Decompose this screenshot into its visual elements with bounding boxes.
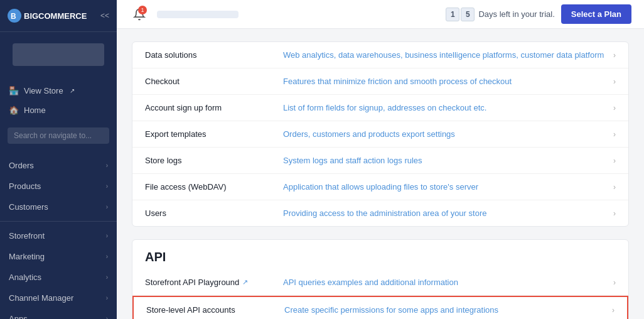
row-desc: Orders, customers and products export se… (283, 129, 607, 139)
row-desc: System logs and staff action logs rules (283, 156, 607, 165)
svg-text:B: B (11, 12, 16, 21)
api-section-card: API Storefront API Playground ↗ API quer… (132, 239, 629, 319)
chevron-right-icon: › (613, 104, 616, 112)
sidebar-item-apps[interactable]: Apps › (0, 308, 117, 319)
sidebar-item-storefront[interactable]: Storefront › (0, 225, 117, 246)
chevron-right-icon: › (613, 278, 616, 287)
table-row[interactable]: Checkout Features that minimize friction… (132, 68, 628, 95)
sidebar-item-analytics[interactable]: Analytics › (0, 267, 117, 288)
main-area: 1 1 5 Days left in your trial. Select a … (117, 0, 644, 319)
sidebar-item-orders[interactable]: Orders › (0, 155, 117, 176)
sidebar: B BIGCOMMERCE << 🏪 View Store ↗ 🏠 Home O… (0, 0, 117, 319)
header: 1 1 5 Days left in your trial. Select a … (117, 0, 644, 29)
external-link-icon: ↗ (70, 87, 75, 94)
header-right: 1 5 Days left in your trial. Select a Pl… (446, 4, 631, 24)
store-selector-area (0, 32, 117, 77)
notification-badge: 1 (138, 6, 147, 14)
chevron-right-icon: › (613, 130, 616, 139)
content-area: Data solutions Web analytics, data wareh… (117, 29, 644, 319)
chevron-right-icon: › (106, 203, 108, 210)
logo: B BIGCOMMERCE (8, 9, 87, 23)
row-desc: Web analytics, data warehouses, business… (283, 50, 607, 60)
chevron-right-icon: › (613, 51, 616, 60)
chevron-right-icon: › (106, 162, 108, 169)
chevron-right-icon: › (613, 77, 616, 86)
row-name: Data solutions (145, 50, 283, 60)
chevron-right-icon: › (613, 156, 616, 165)
row-name: Checkout (145, 77, 283, 86)
sidebar-quick-links: 🏪 View Store ↗ 🏠 Home (0, 77, 117, 124)
sidebar-logo-area: B BIGCOMMERCE << (0, 0, 117, 32)
table-row[interactable]: Account sign up form List of form fields… (132, 95, 628, 121)
row-desc: API queries examples and additional info… (283, 278, 607, 287)
chevron-right-icon: › (106, 183, 108, 190)
table-row[interactable]: Data solutions Web analytics, data wareh… (132, 42, 628, 68)
chevron-right-icon: › (613, 209, 616, 218)
trial-days: 1 5 (446, 8, 475, 21)
notification-button[interactable]: 1 (129, 4, 149, 24)
api-rows: Storefront API Playground ↗ API queries … (132, 269, 628, 319)
row-name: Account sign up form (145, 103, 283, 112)
view-store-label: View Store (24, 86, 63, 95)
row-desc: Features that minimize friction and smoo… (283, 77, 607, 86)
sidebar-item-view-store[interactable]: 🏪 View Store ↗ (0, 81, 117, 100)
chevron-right-icon: › (613, 183, 616, 192)
row-desc: Create specific permissions for some app… (284, 305, 606, 315)
store-name-display (157, 11, 239, 18)
table-row[interactable]: File access (WebDAV) Application that al… (132, 174, 628, 200)
divider-2 (0, 221, 117, 222)
collapse-button[interactable]: << (100, 11, 109, 20)
table-row[interactable]: Export templates Orders, customers and p… (132, 121, 628, 148)
chevron-right-icon: › (106, 274, 108, 281)
api-section-title: API (132, 240, 628, 269)
store-icon: 🏪 (9, 86, 19, 95)
store-selector[interactable] (13, 43, 104, 66)
sidebar-item-products[interactable]: Products › (0, 176, 117, 197)
api-row[interactable]: Store-level API accounts Create specific… (132, 296, 628, 319)
row-name: Storefront API Playground ↗ (145, 278, 283, 287)
settings-rows: Data solutions Web analytics, data wareh… (132, 42, 628, 226)
home-label: Home (24, 105, 46, 115)
trial-info: 1 5 Days left in your trial. (446, 8, 554, 21)
chevron-right-icon: › (106, 232, 108, 239)
header-left: 1 (129, 4, 239, 24)
row-name: Store logs (145, 156, 283, 165)
row-name: File access (WebDAV) (145, 182, 283, 192)
sidebar-item-marketing[interactable]: Marketing › (0, 246, 117, 267)
chevron-right-icon: › (106, 315, 108, 319)
table-row[interactable]: Users Providing access to the administra… (132, 200, 628, 226)
api-row[interactable]: Storefront API Playground ↗ API queries … (132, 269, 628, 296)
settings-section-card: Data solutions Web analytics, data wareh… (132, 41, 629, 227)
row-desc: List of form fields for signup, addresse… (283, 103, 607, 112)
trial-day-1: 1 (446, 8, 459, 21)
table-row[interactable]: Store logs System logs and staff action … (132, 148, 628, 174)
row-desc: Providing access to the administration a… (283, 208, 607, 218)
sidebar-item-home[interactable]: 🏠 Home (0, 100, 117, 120)
select-plan-button[interactable]: Select a Plan (561, 4, 631, 24)
trial-day-5: 5 (461, 8, 475, 21)
row-name: Store-level API accounts (146, 305, 284, 315)
nav-items: Orders › Products › Customers › Storefro… (0, 155, 117, 319)
sidebar-item-customers[interactable]: Customers › (0, 197, 117, 217)
row-name: Export templates (145, 129, 283, 139)
home-icon: 🏠 (9, 105, 19, 115)
bigcommerce-logo-icon: B (8, 9, 21, 23)
trial-text: Days left in your trial. (478, 9, 554, 19)
chevron-right-icon: › (106, 295, 108, 301)
chevron-right-icon: › (106, 253, 108, 260)
external-link-icon: ↗ (242, 278, 248, 286)
sidebar-item-channel-manager[interactable]: Channel Manager › (0, 288, 117, 308)
logo-text: BIGCOMMERCE (24, 11, 87, 21)
search-area (0, 124, 117, 148)
row-name: Users (145, 208, 283, 218)
chevron-right-icon: › (612, 306, 614, 315)
search-input[interactable] (8, 127, 109, 144)
row-desc: Application that allows uploading files … (283, 182, 607, 192)
